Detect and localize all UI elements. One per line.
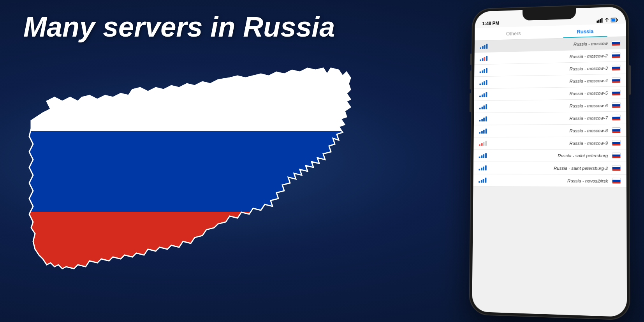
server-name: Russia - moscow-3 bbox=[491, 65, 608, 72]
signal-icon bbox=[480, 56, 488, 61]
server-row[interactable]: Russia - moscow-5 bbox=[474, 86, 626, 101]
server-row[interactable]: Russia - saint petersburg-2 bbox=[473, 162, 626, 175]
svg-rect-5 bbox=[600, 19, 601, 23]
server-name: Russia - moscow-8 bbox=[491, 128, 608, 134]
russia-flag bbox=[612, 140, 621, 146]
russia-flag bbox=[612, 40, 620, 46]
server-name: Russia - moscow-4 bbox=[491, 78, 608, 84]
server-row[interactable]: Russia - moscow-9 bbox=[473, 137, 626, 150]
server-name: Russia - moscow-7 bbox=[491, 116, 608, 121]
phone-notch bbox=[523, 8, 576, 21]
svg-rect-2 bbox=[12, 212, 382, 292]
signal-icon bbox=[479, 104, 487, 109]
server-row[interactable]: Russia - saint petersburg bbox=[473, 150, 626, 162]
russia-flag bbox=[612, 127, 621, 133]
signal-icon bbox=[479, 178, 487, 183]
server-name: Russia - moscow-2 bbox=[492, 53, 608, 61]
signal-icon bbox=[479, 141, 487, 146]
server-name: Russia - moscow bbox=[492, 41, 608, 48]
status-time: 1:48 PM bbox=[482, 21, 499, 26]
svg-rect-9 bbox=[611, 19, 615, 21]
russia-map bbox=[12, 39, 382, 304]
server-list: Russia - moscow bbox=[472, 37, 627, 317]
server-name: Russia - saint petersburg-2 bbox=[491, 165, 608, 171]
phone-device: 1:48 PM Others Russia bbox=[469, 4, 636, 319]
svg-rect-6 bbox=[601, 18, 602, 23]
signal-icon bbox=[479, 92, 487, 97]
signal-icon bbox=[479, 116, 487, 121]
russia-flag bbox=[612, 115, 621, 121]
svg-rect-8 bbox=[617, 19, 618, 21]
server-name: Russia - moscow-5 bbox=[491, 90, 608, 97]
russia-flag bbox=[612, 65, 620, 70]
russia-flag bbox=[612, 153, 621, 158]
signal-icon bbox=[479, 165, 487, 171]
svg-rect-3 bbox=[596, 21, 598, 23]
signal-icon bbox=[479, 153, 487, 158]
server-name: Russia - moscow-6 bbox=[491, 103, 608, 109]
russia-flag bbox=[612, 102, 621, 108]
page-headline: Many servers in Russia bbox=[23, 12, 335, 42]
svg-rect-1 bbox=[12, 131, 382, 212]
status-icons bbox=[596, 18, 618, 23]
tab-others[interactable]: Others bbox=[479, 26, 549, 40]
server-name: Russia - saint petersburg bbox=[491, 153, 608, 158]
russia-flag bbox=[612, 178, 621, 184]
server-row[interactable]: Russia - moscow-7 bbox=[474, 111, 626, 125]
signal-icon bbox=[479, 128, 487, 134]
russia-flag bbox=[612, 77, 620, 83]
signal-icon bbox=[480, 44, 488, 49]
signal-icon bbox=[480, 68, 488, 73]
svg-rect-0 bbox=[12, 51, 382, 131]
server-name: Russia - novosibirsk bbox=[491, 178, 608, 183]
server-row[interactable]: Russia - moscow-6 bbox=[474, 99, 626, 113]
signal-icon bbox=[479, 80, 487, 85]
russia-flag bbox=[612, 165, 621, 171]
server-row[interactable]: Russia - moscow-8 bbox=[474, 124, 626, 137]
svg-rect-4 bbox=[598, 20, 599, 23]
server-name: Russia - moscow-9 bbox=[491, 141, 608, 146]
russia-flag bbox=[612, 52, 620, 58]
tab-russia[interactable]: Russia bbox=[549, 24, 622, 39]
russia-flag bbox=[612, 90, 620, 95]
server-row[interactable]: Russia - novosibirsk bbox=[473, 174, 626, 187]
